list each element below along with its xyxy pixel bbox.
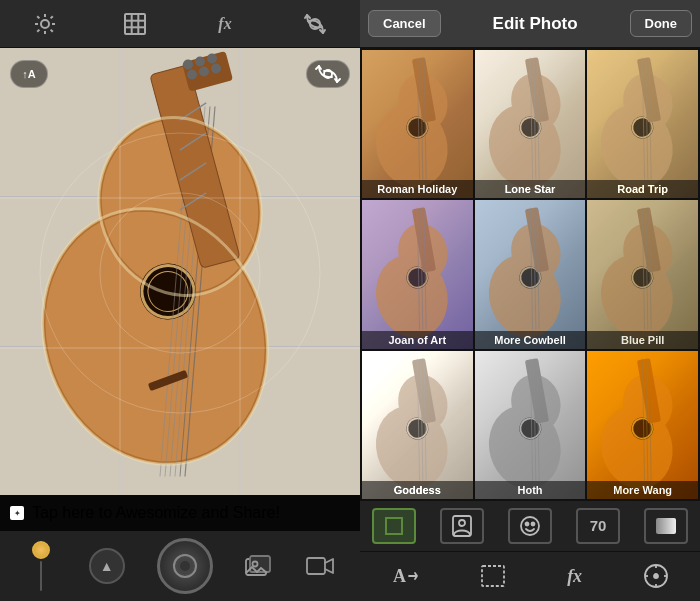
photo-library-icon[interactable]: [245, 555, 273, 577]
camera-rotate-icon[interactable]: [295, 4, 335, 44]
filter-label-lone-star: Lone Star: [475, 180, 586, 198]
svg-point-150: [532, 522, 535, 525]
svg-text:A: A: [393, 566, 406, 586]
svg-point-155: [654, 574, 658, 578]
svg-point-148: [521, 517, 539, 535]
svg-point-46: [211, 64, 221, 74]
icon-row-2: Afx: [360, 552, 700, 602]
filter-label-joan-of-art: Joan of Art: [362, 331, 473, 349]
filter-label-hoth: Hoth: [475, 481, 586, 499]
filter-label-more-cowbell: More Cowbell: [475, 331, 586, 349]
camera-flip-button[interactable]: [306, 60, 350, 88]
video-icon[interactable]: [306, 555, 334, 577]
fx-icon[interactable]: fx: [205, 4, 245, 44]
svg-line-7: [51, 16, 53, 18]
filter-joan-of-art[interactable]: Joan of Art: [362, 200, 473, 348]
up-button[interactable]: ▲: [89, 548, 125, 584]
filter-label-blue-pill: Blue Pill: [587, 331, 698, 349]
share-icon: ✦: [10, 506, 24, 520]
svg-point-45: [199, 67, 209, 77]
text-icon[interactable]: A: [391, 564, 419, 588]
filter-blue-pill[interactable]: Blue Pill: [587, 200, 698, 348]
svg-rect-151: [656, 518, 676, 534]
edit-photo-title: Edit Photo: [493, 14, 578, 34]
done-button[interactable]: Done: [630, 10, 693, 37]
compass-icon[interactable]: [643, 563, 669, 589]
flash-button[interactable]: ↑A: [10, 60, 48, 88]
share-bar[interactable]: ✦ Tap here to Awesomize and Share!: [0, 495, 360, 531]
filter-more-cowbell[interactable]: More Cowbell: [475, 200, 586, 348]
svg-line-8: [37, 29, 39, 31]
portrait-icon[interactable]: [440, 508, 484, 544]
right-bottom-toolbar: 70 Afx: [360, 501, 700, 601]
up-icon: ▲: [100, 558, 114, 574]
filter-lone-star[interactable]: Lone Star: [475, 50, 586, 198]
right-panel: Cancel Edit Photo Done Roman Holiday Lon…: [360, 0, 700, 601]
bottom-toolbar: ▲: [0, 531, 360, 601]
svg-point-44: [187, 70, 197, 80]
svg-line-6: [51, 29, 53, 31]
filter-goddess[interactable]: Goddess: [362, 351, 473, 499]
photo-area: ↑A: [0, 48, 360, 495]
filter-grid: Roman Holiday Lone Star Road Trip: [360, 48, 700, 501]
grid-icon[interactable]: [115, 4, 155, 44]
fx-bottom-icon[interactable]: fx: [567, 566, 582, 587]
cancel-button[interactable]: Cancel: [368, 10, 441, 37]
filter-label-roman-holiday: Roman Holiday: [362, 180, 473, 198]
face-detection-icon[interactable]: [508, 508, 552, 544]
svg-point-149: [526, 522, 529, 525]
filter-road-trip[interactable]: Road Trip: [587, 50, 698, 198]
svg-rect-9: [125, 14, 145, 34]
exposure-slider-thumb[interactable]: [32, 541, 50, 559]
filter-label-goddess: Goddess: [362, 481, 473, 499]
shutter-button[interactable]: [157, 538, 213, 594]
selection-icon[interactable]: [480, 564, 506, 588]
svg-point-43: [207, 54, 217, 64]
svg-rect-153: [482, 566, 504, 586]
filter-label-more-wang: More Wang: [587, 481, 698, 499]
gradient-icon[interactable]: [644, 508, 688, 544]
svg-point-0: [41, 20, 49, 28]
left-toolbar: fx: [0, 0, 360, 48]
crop-icon[interactable]: [372, 508, 416, 544]
svg-point-147: [459, 520, 465, 526]
svg-point-59: [180, 561, 190, 571]
svg-point-41: [183, 60, 193, 70]
filter-more-wang[interactable]: More Wang: [587, 351, 698, 499]
filter-hoth[interactable]: Hoth: [475, 351, 586, 499]
svg-rect-145: [386, 518, 402, 534]
share-text: Tap here to Awesomize and Share!: [32, 504, 280, 522]
svg-point-42: [195, 57, 205, 67]
icon-row-1: 70: [360, 501, 700, 552]
settings-icon[interactable]: [25, 4, 65, 44]
edit-photo-header: Cancel Edit Photo Done: [360, 0, 700, 48]
svg-rect-63: [307, 558, 325, 574]
flash-icon: ↑A: [22, 68, 35, 80]
svg-line-5: [37, 16, 39, 18]
filter-roman-holiday[interactable]: Roman Holiday: [362, 50, 473, 198]
left-panel: fx: [0, 0, 360, 601]
filter-label-road-trip: Road Trip: [587, 180, 698, 198]
quality-number-icon[interactable]: 70: [576, 508, 620, 544]
